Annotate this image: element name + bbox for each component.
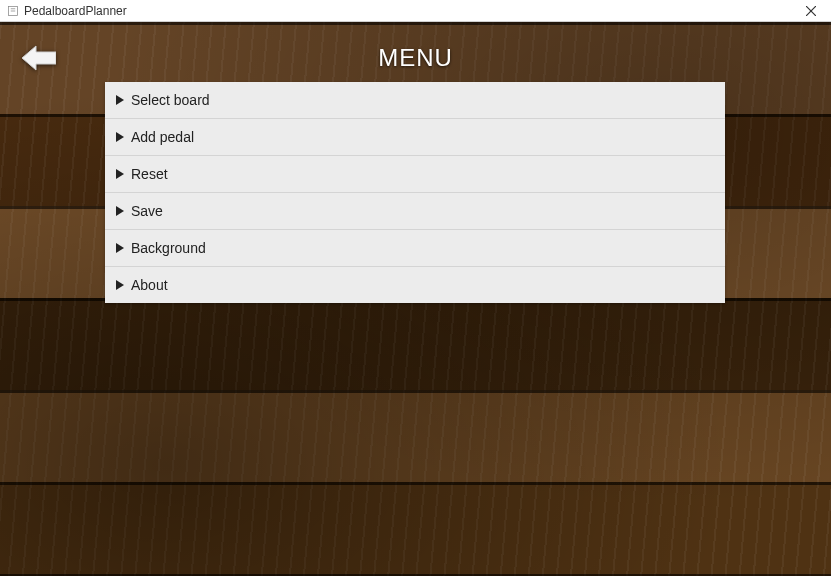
chevron-right-icon bbox=[113, 206, 127, 216]
chevron-right-icon bbox=[113, 280, 127, 290]
app-client-area: MENU Select boardAdd pedalResetSaveBackg… bbox=[0, 22, 831, 576]
window-close-button[interactable] bbox=[791, 0, 831, 22]
menu-item-label: Save bbox=[131, 203, 163, 219]
menu-item-label: Select board bbox=[131, 92, 210, 108]
menu-heading: MENU bbox=[0, 44, 831, 72]
chevron-right-icon bbox=[113, 132, 127, 142]
app-icon bbox=[6, 4, 20, 18]
svg-marker-10 bbox=[116, 243, 124, 253]
menu-item-about[interactable]: About bbox=[105, 267, 725, 303]
menu-item-add-pedal[interactable]: Add pedal bbox=[105, 119, 725, 156]
svg-marker-8 bbox=[116, 169, 124, 179]
svg-marker-6 bbox=[116, 95, 124, 105]
menu-item-label: Add pedal bbox=[131, 129, 194, 145]
menu-item-background[interactable]: Background bbox=[105, 230, 725, 267]
chevron-right-icon bbox=[113, 169, 127, 179]
svg-marker-11 bbox=[116, 280, 124, 290]
menu-item-label: About bbox=[131, 277, 168, 293]
menu-item-reset[interactable]: Reset bbox=[105, 156, 725, 193]
menu-item-select-board[interactable]: Select board bbox=[105, 82, 725, 119]
window-titlebar: PedalboardPlanner bbox=[0, 0, 831, 22]
chevron-right-icon bbox=[113, 95, 127, 105]
svg-marker-9 bbox=[116, 206, 124, 216]
menu-panel: Select boardAdd pedalResetSaveBackground… bbox=[105, 82, 725, 303]
chevron-right-icon bbox=[113, 243, 127, 253]
menu-item-save[interactable]: Save bbox=[105, 193, 725, 230]
window-title: PedalboardPlanner bbox=[24, 4, 127, 18]
menu-item-label: Reset bbox=[131, 166, 168, 182]
menu-item-label: Background bbox=[131, 240, 206, 256]
svg-marker-7 bbox=[116, 132, 124, 142]
